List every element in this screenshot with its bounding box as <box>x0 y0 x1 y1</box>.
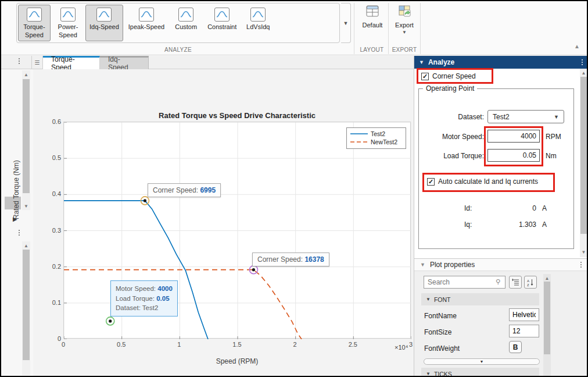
section-font-label: FONT <box>434 296 451 303</box>
chart-legend[interactable]: Test2 NewTest2 <box>346 127 406 149</box>
search-input[interactable] <box>424 276 505 289</box>
toolbar-separator <box>354 3 354 54</box>
scrollbar-thumb[interactable] <box>23 79 30 193</box>
x-tick-label: 1 <box>177 341 181 348</box>
tab-idq-speed[interactable]: Idq-Speed <box>100 56 149 69</box>
marker-dot[interactable] <box>109 319 112 322</box>
bold-toggle-button[interactable]: B <box>509 341 522 353</box>
load-torque-unit: Nm <box>546 152 557 160</box>
analyze-gallery: Torque- Speed Power- Speed Idq-Speed Ipe… <box>16 3 340 43</box>
y-tick-label: 0 <box>44 335 61 342</box>
group-label-layout: LAYOUT <box>356 47 388 53</box>
operating-point-group: Operating Point Dataset: Test2 ▼ Motor S… <box>418 88 574 249</box>
analyze-panel-header[interactable]: ▼ Analyze <box>414 56 587 69</box>
ipeak-speed-button[interactable]: Ipeak-Speed <box>124 5 168 41</box>
corner-speed-checkbox[interactable]: ✓ Corner Speed <box>421 72 476 80</box>
vertical-scrollbar[interactable]: ▲ ▼ <box>22 70 30 210</box>
tab-torque-speed[interactable]: Torque-Speed <box>43 56 100 69</box>
auto-calc-checkbox[interactable]: ✓ Auto calculate Id and Iq currents <box>427 177 538 186</box>
layout-grid-icon <box>365 4 380 19</box>
panel-options-icon[interactable] <box>19 230 20 236</box>
sine-wave-icon <box>178 8 193 22</box>
tab-options-icon[interactable] <box>19 58 20 64</box>
svg-text:A: A <box>527 279 529 282</box>
scroll-up-icon[interactable]: ▲ <box>22 241 30 250</box>
iq-unit: A <box>542 220 547 229</box>
x-tick-label: 1.5 <box>232 341 241 348</box>
legend-label: NewTest2 <box>371 138 397 145</box>
checkbox-checked-icon[interactable]: ✓ <box>427 178 435 186</box>
sine-wave-icon <box>139 8 154 22</box>
toolstrip: Torque- Speed Power- Speed Idq-Speed Ipe… <box>1 1 587 55</box>
marker-dot[interactable] <box>144 199 146 202</box>
export-label: Export <box>395 22 414 29</box>
section-font[interactable]: ▼ FONT <box>421 293 539 305</box>
vertical-scrollbar[interactable]: ▲ <box>22 241 30 375</box>
idq-speed-button[interactable]: Idq-Speed <box>85 5 123 41</box>
scroll-down-icon[interactable]: ▼ <box>22 202 30 210</box>
properties-scrollbar[interactable]: ▲ <box>543 274 551 377</box>
tab-list-icon[interactable]: ☰ <box>31 56 43 69</box>
constraint-label: Constraint <box>207 23 236 31</box>
power-speed-label: Power- Speed <box>58 23 78 40</box>
load-torque-label: Load Torque: <box>431 152 484 160</box>
tooltip-line: Motor Speed: 4000 <box>116 284 173 294</box>
checkbox-checked-icon[interactable]: ✓ <box>421 73 429 80</box>
custom-button[interactable]: Custom <box>170 5 202 41</box>
series-NewTest2[interactable] <box>64 270 302 339</box>
horizontal-splitter[interactable]: ▼ <box>424 358 540 365</box>
collapse-section-icon[interactable]: ▼ <box>420 262 425 268</box>
power-speed-button[interactable]: Power- Speed <box>52 5 84 41</box>
scroll-up-icon[interactable]: ▲ <box>580 69 587 77</box>
constraint-button[interactable]: Constraint <box>203 5 241 41</box>
panel-menu-icon[interactable] <box>580 262 582 268</box>
marker-dot[interactable] <box>252 268 255 271</box>
scroll-up-icon[interactable]: ▲ <box>543 274 551 282</box>
x-axis-label: Speed (RPM) <box>63 357 411 365</box>
default-layout-button[interactable]: Default <box>357 4 388 29</box>
operating-point-tooltip[interactable]: Motor Speed: 4000 Load Torque: 0.05 Data… <box>110 280 178 316</box>
show-all-properties-icon[interactable] <box>509 276 522 289</box>
datatip-value: 6995 <box>200 186 216 194</box>
fontsize-input[interactable] <box>509 325 539 337</box>
dataset-label: Dataset: <box>431 113 484 121</box>
scrollbar-thumb[interactable] <box>23 250 30 360</box>
motor-speed-input[interactable] <box>487 130 540 143</box>
load-torque-input[interactable] <box>487 149 540 162</box>
y-axis-label: Rated Torque (Nm) <box>12 160 20 219</box>
group-label-export: EXPORT <box>389 47 420 53</box>
panel-menu-icon[interactable] <box>582 59 583 65</box>
corner-speed-datatip[interactable]: Corner Speed: 16378 <box>252 252 329 266</box>
scrollbar-thumb[interactable] <box>580 77 587 234</box>
panel-scrollbar[interactable]: ▲ ▼ <box>580 69 587 257</box>
collapse-section-icon: ▼ <box>426 371 431 376</box>
scroll-down-icon[interactable]: ▼ <box>580 248 587 256</box>
id-value: 0 <box>494 204 536 212</box>
ldvsidq-button[interactable]: LdVsIdq <box>242 5 274 41</box>
iq-label: Iq: <box>464 220 472 229</box>
y-tick-label: 0.5 <box>44 154 61 161</box>
plot-properties-header[interactable]: ▼ Plot properties <box>414 258 587 271</box>
scrollbar-thumb[interactable] <box>544 282 550 354</box>
analyze-panel: ▼ Analyze ✓ Corner Speed Operating Point… <box>414 56 587 377</box>
sine-wave-icon <box>214 8 230 22</box>
section-ticks[interactable]: ▼ TICKS <box>421 368 539 377</box>
fontname-input[interactable] <box>509 308 539 321</box>
figure-canvas[interactable]: Rated Torque vs Speed Drive Characterist… <box>33 69 414 377</box>
x-tick-label: 0.5 <box>117 341 126 348</box>
analyze-panel-title: Analyze <box>428 58 454 66</box>
sort-az-icon[interactable]: AZ <box>524 276 537 289</box>
dataset-dropdown[interactable]: Test2 ▼ <box>487 110 564 123</box>
legend-entry: Test2 <box>350 130 402 138</box>
gallery-dropdown-button[interactable]: ▼ <box>341 3 351 43</box>
collapse-ribbon-icon[interactable]: ▲ <box>574 43 580 49</box>
tooltip-line: Load Torque: 0.05 <box>116 294 173 304</box>
bold-label: B <box>513 343 518 351</box>
collapse-section-icon[interactable]: ▼ <box>419 59 424 65</box>
scroll-up-icon[interactable]: ▲ <box>22 70 30 79</box>
torque-speed-button[interactable]: Torque- Speed <box>18 5 51 41</box>
corner-speed-datatip[interactable]: Corner Speed: 6995 <box>148 183 221 197</box>
svg-text:Z: Z <box>527 283 529 286</box>
legend-line-dashed <box>350 140 368 144</box>
export-button[interactable]: Export ▼ <box>390 4 419 35</box>
